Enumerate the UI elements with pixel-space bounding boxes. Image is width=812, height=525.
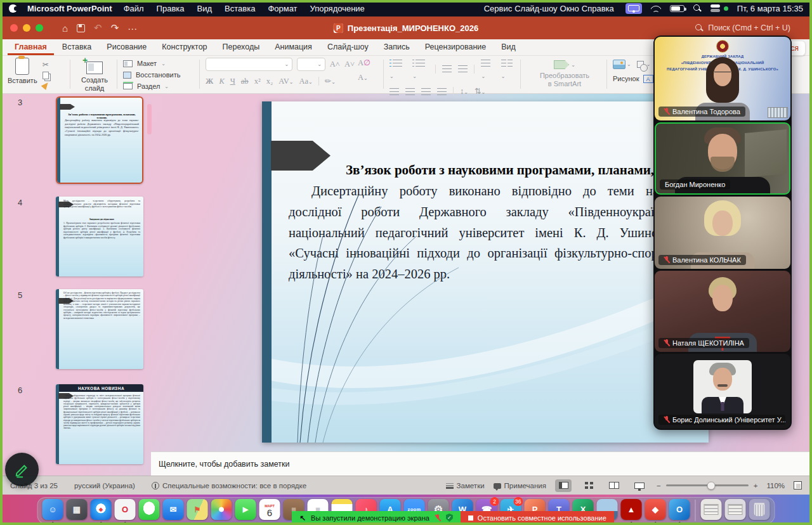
undo-icon[interactable]: ↶: [94, 22, 102, 34]
dock-app-safari[interactable]: ◆: [90, 499, 112, 522]
dock-app-anydesk[interactable]: ◆: [645, 499, 667, 522]
accessibility-status[interactable]: Специальные возможности: все в порядке: [152, 482, 306, 489]
insert-shape-button[interactable]: ⌄: [637, 61, 651, 68]
dock-app-trash[interactable]: [749, 499, 771, 522]
slide-thumbnail-4[interactable]: Мета дослідження – теоретично обґрунтува…: [56, 197, 143, 276]
slide-thumbnail-6[interactable]: НАУКОВА НОВИЗНА – вперше обґрунтовано ст…: [56, 384, 143, 464]
tab-Главная[interactable]: Главная: [8, 40, 54, 55]
dock-app-acrobat[interactable]: ▲: [620, 499, 643, 522]
dock-app-window-2[interactable]: [724, 499, 747, 522]
slide-sorter-button[interactable]: [580, 479, 597, 492]
home-icon[interactable]: ⌂: [62, 23, 68, 34]
slide-body-text[interactable]: Дисертаційну роботу виконано відповідно …: [289, 181, 693, 285]
bold-button[interactable]: Ж: [206, 77, 213, 86]
change-case-button[interactable]: Aa⌄: [299, 77, 312, 86]
zoom-thumb[interactable]: [707, 481, 716, 489]
dock-app-photos[interactable]: [211, 499, 233, 522]
control-center-icon[interactable]: [710, 4, 720, 13]
align-right-icon[interactable]: [421, 88, 431, 95]
tab-Рецензирование[interactable]: Рецензирование: [418, 40, 494, 55]
reading-view-button[interactable]: [606, 479, 622, 492]
thumbnail-scrollbar[interactable]: [147, 104, 152, 134]
wifi-icon[interactable]: [651, 4, 661, 12]
participant-tile-dolynskyi[interactable]: Борис Долинський (Університет У...: [655, 354, 790, 429]
insert-picture-button[interactable]: ⌄: [613, 60, 631, 69]
new-slide-button[interactable]: Создать слайд: [76, 58, 113, 92]
slide-thumbnail-5[interactable]: Об’єкт дослідження – фізична підготовка …: [56, 289, 143, 369]
char-spacing-button[interactable]: AV⌄: [278, 77, 293, 86]
smartart-button[interactable]: ⌄ Преобразовать в SmartArt: [527, 58, 603, 88]
align-left-icon[interactable]: [390, 88, 399, 95]
reset-button[interactable]: Восстановить: [123, 69, 197, 81]
normal-view-button[interactable]: [555, 479, 572, 492]
menu-Формат[interactable]: Формат: [268, 4, 297, 13]
copy-icon[interactable]: [43, 72, 49, 79]
menu-Файл[interactable]: Файл: [124, 4, 144, 13]
redo-icon[interactable]: ↷: [111, 22, 119, 34]
menu-Окно[interactable]: Окно: [560, 4, 579, 13]
clear-formatting-icon[interactable]: A∅: [358, 58, 370, 68]
dock-app-maps[interactable]: ⚑: [187, 499, 209, 522]
apple-menu-icon[interactable]: [9, 4, 17, 13]
slideshow-button[interactable]: [631, 479, 648, 492]
slide-thumbnail-3[interactable]: Зв’язок роботи з науковими програмами, п…: [56, 96, 143, 184]
tab-Вид[interactable]: Вид: [494, 40, 523, 55]
numbered-list-icon[interactable]: ⌄: [412, 58, 429, 81]
notes-pane[interactable]: Щелкните, чтобы добавить заметки: [151, 451, 809, 476]
menu-Вставка[interactable]: Вставка: [225, 4, 255, 13]
menubar-app-name[interactable]: Microsoft PowerPoint: [27, 4, 112, 13]
titlebar-search[interactable]: Поиск (Cmd + Ctrl + U): [695, 23, 790, 32]
slide-title[interactable]: Зв’язок роботи з науковими програмами, п…: [289, 162, 702, 178]
menu-Слайд-шоу[interactable]: Слайд-шоу: [514, 4, 557, 13]
tab-Переходы[interactable]: Переходы: [216, 40, 267, 55]
dock-app-messages[interactable]: [138, 499, 160, 522]
dock-app-opera[interactable]: O: [114, 499, 136, 522]
tab-Конструктор[interactable]: Конструктор: [155, 40, 214, 55]
zoom-in-icon[interactable]: +: [754, 482, 758, 489]
close-window-button[interactable]: [10, 24, 18, 32]
screen-sharing-icon[interactable]: [625, 3, 642, 14]
menu-Вид[interactable]: Вид: [197, 4, 213, 13]
dock-app-calendar[interactable]: МАРТ6: [259, 499, 281, 522]
font-color-icon[interactable]: А⌄: [358, 73, 368, 82]
tab-Запись[interactable]: Запись: [377, 40, 417, 55]
subscript-button[interactable]: x₂: [266, 77, 273, 86]
dock-app-window-1[interactable]: [700, 499, 723, 522]
underline-button[interactable]: Ч: [230, 77, 235, 86]
spotlight-icon[interactable]: [693, 4, 702, 13]
participant-tile-myronenko[interactable]: Богдан Мироненко: [655, 122, 790, 195]
zoom-slider[interactable]: − +: [657, 482, 757, 489]
increase-font-icon[interactable]: A˄: [330, 60, 340, 69]
zoom-level[interactable]: 110%: [766, 482, 785, 489]
format-painter-icon[interactable]: [41, 81, 50, 90]
tab-Рисование[interactable]: Рисование: [100, 40, 154, 55]
layout-button[interactable]: Макет⌄: [123, 58, 197, 69]
decrease-font-icon[interactable]: A˅: [344, 60, 355, 69]
participant-tile-kolchak[interactable]: Валентина КОЛЬЧАК: [655, 197, 790, 269]
font-name-select[interactable]: ⌄: [206, 58, 292, 71]
decrease-indent-icon[interactable]: [442, 63, 452, 75]
bullet-list-icon[interactable]: ⌄: [390, 58, 406, 81]
font-size-select[interactable]: ⌄: [297, 58, 325, 71]
cut-icon[interactable]: ✂: [43, 60, 49, 69]
dock-app-outlook[interactable]: O: [669, 499, 691, 522]
language-indicator[interactable]: русский (Украина): [74, 482, 135, 489]
annotation-pencil-button[interactable]: [5, 453, 39, 486]
paste-button[interactable]: Вставить: [8, 58, 37, 89]
align-center-icon[interactable]: [405, 88, 415, 95]
save-icon[interactable]: [77, 24, 85, 32]
text-direction-icon[interactable]: ↕⌄: [460, 87, 468, 96]
tab-Вставка[interactable]: Вставка: [55, 40, 98, 55]
slide-canvas[interactable]: Зв’язок роботи з науковими програмами, п…: [262, 101, 709, 443]
align-justify-icon[interactable]: [437, 88, 447, 95]
highlight-pen-icon[interactable]: ✏⌄: [325, 76, 336, 86]
dock-app-mail[interactable]: ✉: [162, 499, 185, 522]
strikethrough-button[interactable]: ab: [241, 77, 249, 86]
zoom-track[interactable]: [666, 484, 749, 486]
tab-Анимация[interactable]: Анимация: [268, 40, 319, 55]
minimize-window-button[interactable]: [23, 24, 30, 32]
fit-slide-icon[interactable]: [794, 481, 802, 489]
increase-indent-icon[interactable]: [458, 63, 468, 75]
line-spacing-icon[interactable]: ⌄: [481, 58, 494, 81]
dock-app-finder[interactable]: ☺: [42, 499, 64, 522]
